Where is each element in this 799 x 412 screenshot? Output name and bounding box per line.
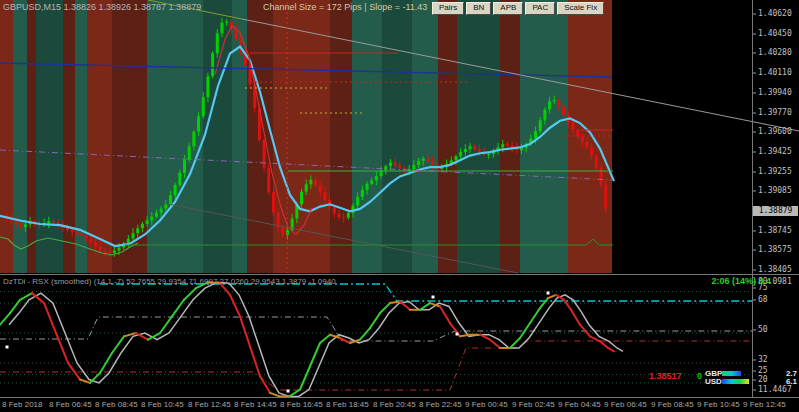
price-axis-label: 1.39425 [758,147,792,156]
time-axis-label: 9 Feb 12:45 [743,400,786,409]
price-axis[interactable]: 1.406201.404501.402801.401101.399401.397… [753,0,799,397]
time-axis-label: 8 Feb 12:45 [188,400,231,409]
main-chart-canvas[interactable] [0,0,799,412]
price-axis-label: 1.39085 [758,186,792,195]
time-axis-label: 9 Feb 02:45 [512,400,555,409]
time-axis-label: 8 Feb 22:45 [419,400,462,409]
price-axis-label: 1.40280 [758,48,792,57]
price-axis-label: 1.40450 [758,29,792,38]
scale-fix-button[interactable]: Scale Fix [557,2,604,15]
spread-glyph: 0 [697,371,702,381]
channel-info-text: Channel Size = 172 Pips | Slope = -11.43 [263,2,427,12]
price-axis-label: 1.38405 [758,265,792,274]
bn-button[interactable]: BN [466,2,491,15]
price-axis-label: 1.40110 [758,68,792,77]
candle-timer-text: 2:06 (14%) 0.4 [711,276,771,286]
pac-button[interactable]: PAC [525,2,555,15]
time-axis-label: 9 Feb 08:45 [651,400,694,409]
indicator-axis-label: 68 [758,295,768,304]
symbol-ohlc-readout: GBPUSD,M15 1.38826 1.38926 1.38787 1.388… [3,2,201,12]
mt4-chart-window: GBPUSD,M15 1.38826 1.38926 1.38787 1.388… [0,0,799,412]
price-axis-label: 1.38575 [758,245,792,254]
time-axis-label: 9 Feb 06:45 [604,400,647,409]
gbp-strength-bar [722,371,741,376]
time-axis-label: 8 Feb 16:45 [280,400,323,409]
time-axis-label: 9 Feb 04:45 [558,400,601,409]
bid-price-label: 1.38517 [649,371,682,381]
time-axis-label: 8 Feb 14:45 [234,400,277,409]
indicator-axis-label: 25 [758,366,768,375]
time-axis-label: 9 Feb 10:45 [697,400,740,409]
price-axis-label: 1.39940 [758,88,792,97]
apb-button[interactable]: APB [493,2,523,15]
time-axis[interactable]: 8 Feb 20188 Feb 06:458 Feb 08:458 Feb 10… [0,399,799,412]
current-price-tag: 1.38879 [753,206,798,216]
time-axis-label: 9 Feb 00:45 [465,400,508,409]
usd-strength-value: 6.1 [779,377,797,386]
indicator-name-label: DzTDi - RSX (smoothed) (14,1,-7) 52.7655… [3,277,336,286]
indicator-axis-label: 50 [758,325,768,334]
time-axis-label: 8 Feb 18:45 [326,400,369,409]
price-axis-label: 1.40620 [758,9,792,18]
indicator-button-row: Pairs BN APB PAC Scale Fix [432,2,604,15]
usd-strength-label: USD [705,377,722,386]
usd-strength-bar [722,379,749,384]
time-axis-label: 8 Feb 08:45 [95,400,138,409]
price-axis-label: 1.39255 [758,167,792,176]
pairs-button[interactable]: Pairs [432,2,464,15]
indicator-axis-label: 20 [758,375,768,384]
time-axis-label: 8 Feb 20:45 [373,400,416,409]
price-axis-label: 1.38745 [758,226,792,235]
time-axis-label: 8 Feb 2018 [2,400,42,409]
price-axis-label: 1.39600 [758,127,792,136]
price-axis-label: 1.39770 [758,108,792,117]
time-axis-label: 8 Feb 06:45 [49,400,92,409]
time-axis-label: 8 Feb 10:45 [141,400,184,409]
indicator-axis-label: 32 [758,355,768,364]
